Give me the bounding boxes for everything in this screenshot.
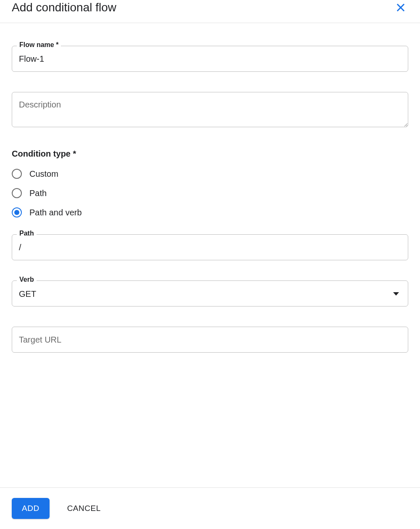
path-label: Path — [17, 230, 37, 237]
radio-icon — [12, 188, 22, 198]
verb-field: Verb GET — [12, 280, 408, 306]
target-url-field — [12, 327, 408, 353]
flow-name-label: Flow name * — [17, 41, 61, 49]
condition-type-radio-group: Custom Path Path and verb — [12, 169, 408, 217]
radio-option-path-and-verb[interactable]: Path and verb — [12, 207, 408, 217]
verb-select[interactable]: GET — [12, 280, 408, 306]
condition-type-label: Condition type * — [12, 149, 408, 159]
radio-label-path-and-verb: Path and verb — [29, 208, 82, 217]
path-field: Path — [12, 234, 408, 260]
radio-icon — [12, 207, 22, 217]
dialog-body: Flow name * Condition type * Custom Path… — [0, 23, 420, 487]
target-url-input[interactable] — [12, 327, 408, 353]
radio-label-custom: Custom — [29, 169, 58, 179]
description-input[interactable] — [12, 92, 408, 127]
dialog-title: Add conditional flow — [12, 1, 116, 14]
radio-option-custom[interactable]: Custom — [12, 169, 408, 179]
close-icon — [395, 2, 407, 13]
radio-label-path: Path — [29, 189, 47, 198]
flow-name-field: Flow name * — [12, 46, 408, 72]
dialog-header: Add conditional flow — [0, 0, 420, 23]
radio-option-path[interactable]: Path — [12, 188, 408, 198]
path-input[interactable] — [12, 234, 408, 260]
cancel-button[interactable]: CANCEL — [67, 504, 101, 513]
flow-name-input[interactable] — [12, 46, 408, 72]
add-button[interactable]: ADD — [12, 498, 50, 519]
description-field — [12, 92, 408, 129]
dialog-footer: ADD CANCEL — [0, 487, 420, 529]
verb-select-wrapper: GET — [12, 280, 408, 306]
close-button[interactable] — [393, 0, 408, 15]
radio-icon — [12, 169, 22, 179]
verb-label: Verb — [17, 276, 37, 283]
